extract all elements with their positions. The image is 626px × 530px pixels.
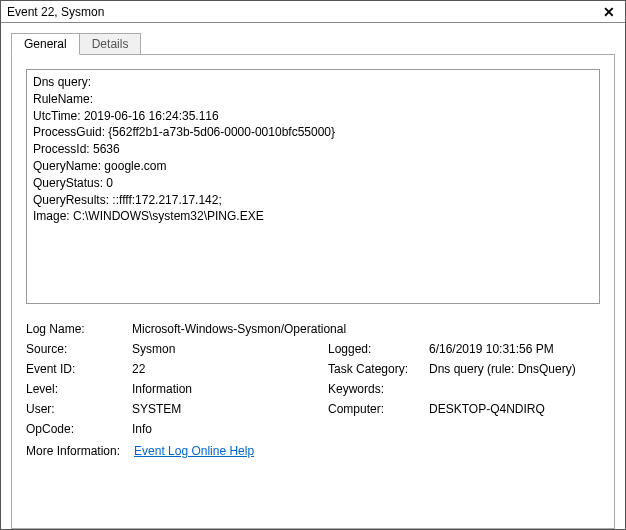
value-user: SYSTEM: [132, 402, 322, 416]
label-task-category: Task Category:: [328, 362, 423, 376]
more-info-row: More Information: Event Log Online Help: [26, 444, 600, 458]
label-user: User:: [26, 402, 126, 416]
label-log-name: Log Name:: [26, 322, 126, 336]
value-level: Information: [132, 382, 322, 396]
event-properties-grid: Log Name: Microsoft-Windows-Sysmon/Opera…: [26, 322, 600, 436]
label-more-info: More Information:: [26, 444, 120, 458]
value-task-category: Dns query (rule: DnsQuery): [429, 362, 589, 376]
tab-content-general: Dns query: RuleName: UtcTime: 2019-06-16…: [11, 54, 615, 529]
value-source: Sysmon: [132, 342, 322, 356]
label-opcode: OpCode:: [26, 422, 126, 436]
tab-details[interactable]: Details: [79, 33, 142, 54]
tab-general[interactable]: General: [11, 33, 80, 55]
label-source: Source:: [26, 342, 126, 356]
title-bar: Event 22, Sysmon ✕: [1, 1, 625, 23]
label-computer: Computer:: [328, 402, 423, 416]
label-logged: Logged:: [328, 342, 423, 356]
tab-strip: General Details: [11, 33, 615, 54]
tab-area: General Details Dns query: RuleName: Utc…: [1, 23, 625, 529]
event-properties-window: Event 22, Sysmon ✕ General Details Dns q…: [0, 0, 626, 530]
value-log-name: Microsoft-Windows-Sysmon/Operational: [132, 322, 589, 336]
value-opcode: Info: [132, 422, 589, 436]
event-log-help-link[interactable]: Event Log Online Help: [134, 444, 254, 458]
close-icon[interactable]: ✕: [599, 5, 619, 19]
label-keywords: Keywords:: [328, 382, 423, 396]
value-event-id: 22: [132, 362, 322, 376]
label-event-id: Event ID:: [26, 362, 126, 376]
event-description-textbox[interactable]: Dns query: RuleName: UtcTime: 2019-06-16…: [26, 69, 600, 304]
window-title: Event 22, Sysmon: [7, 5, 104, 19]
label-level: Level:: [26, 382, 126, 396]
value-computer: DESKTOP-Q4NDIRQ: [429, 402, 589, 416]
value-logged: 6/16/2019 10:31:56 PM: [429, 342, 589, 356]
